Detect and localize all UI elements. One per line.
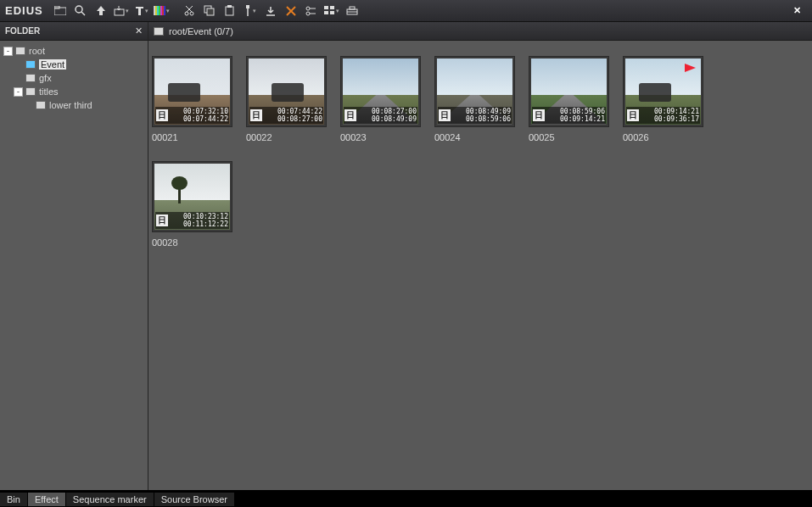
- clip-thumbnail[interactable]: 日00:08:49:0900:08:59:06: [434, 56, 515, 127]
- clip-item[interactable]: 日00:08:59:0600:09:14:2100025: [529, 56, 623, 142]
- clip-item[interactable]: 日00:07:32:1000:07:44:2200021: [152, 56, 246, 142]
- folder-closed-icon: [15, 47, 25, 55]
- clip-name-label: 00021: [152, 132, 246, 142]
- clip-in-time: 00:07:44:22: [277, 108, 322, 115]
- svg-point-13: [190, 12, 193, 15]
- svg-rect-10: [162, 6, 164, 15]
- clip-thumbnail[interactable]: 日00:07:32:1000:07:44:22: [152, 56, 232, 127]
- marker-icon[interactable]: [241, 3, 260, 20]
- import-icon[interactable]: [112, 3, 131, 20]
- tab-bin[interactable]: Bin: [0, 493, 27, 506]
- clip-out-time: 00:09:14:21: [560, 115, 605, 123]
- svg-rect-17: [207, 8, 214, 15]
- title-icon[interactable]: [132, 3, 151, 20]
- cut-icon[interactable]: [180, 3, 199, 20]
- view-mode-icon[interactable]: [322, 3, 341, 20]
- svg-rect-6: [155, 6, 157, 15]
- clip-timecodes: 00:08:27:0000:08:49:09: [372, 108, 417, 123]
- paste-icon[interactable]: [221, 3, 239, 20]
- clip-out-time: 00:08:49:09: [372, 115, 417, 123]
- toolbox-icon[interactable]: [343, 3, 361, 20]
- clip-item[interactable]: 日00:10:23:1200:11:12:2200028: [152, 161, 246, 248]
- folder-panel-header: FOLDER ✕: [0, 22, 148, 41]
- clip-item[interactable]: 日00:07:44:2200:08:27:0000022: [246, 56, 340, 142]
- clip-item[interactable]: 日00:08:27:0000:08:49:0900023: [340, 56, 434, 142]
- tab-sequence-marker[interactable]: Sequence marker: [66, 493, 154, 506]
- properties-icon[interactable]: [302, 3, 321, 20]
- clip-media-type-icon: 日: [156, 109, 168, 121]
- clip-timecodes: 00:08:49:0900:08:59:06: [466, 108, 512, 123]
- close-button[interactable]: ✕: [787, 3, 807, 19]
- main-toolbar: EDIUS ✕: [0, 0, 812, 22]
- folder-open-icon: [25, 60, 36, 69]
- tree-item-lower-third[interactable]: lower third: [2, 98, 146, 112]
- clip-media-type-icon: 日: [344, 109, 356, 121]
- folder-closed-icon: [25, 74, 36, 82]
- svg-rect-11: [164, 6, 165, 15]
- clip-name-label: 00028: [152, 237, 246, 248]
- svg-rect-7: [157, 6, 159, 15]
- svg-point-12: [185, 12, 188, 15]
- tab-effect[interactable]: Effect: [28, 493, 65, 506]
- clip-timecodes: 00:07:44:2200:08:27:00: [277, 108, 323, 123]
- clip-timecodes: 00:08:59:0600:09:14:21: [560, 108, 606, 123]
- tree-label: gfx: [39, 73, 52, 83]
- clip-thumbnail[interactable]: 日00:10:23:1200:11:12:22: [152, 161, 232, 232]
- clip-thumbnail[interactable]: 日00:08:27:0000:08:49:09: [340, 56, 421, 127]
- tree-item-event[interactable]: Event: [2, 58, 146, 71]
- tree-label-selected: Event: [39, 59, 66, 70]
- folder-panel-close-icon[interactable]: ✕: [135, 25, 143, 36]
- svg-rect-32: [330, 11, 334, 14]
- svg-rect-8: [159, 6, 160, 15]
- folder-closed-icon: [154, 27, 164, 36]
- clip-media-type-icon: 日: [533, 109, 545, 121]
- tree-item-root[interactable]: - root: [2, 44, 146, 58]
- svg-point-25: [306, 7, 310, 10]
- clip-in-time: 00:08:49:09: [466, 108, 511, 115]
- svg-rect-5: [154, 6, 155, 15]
- clip-name-label: 00026: [623, 132, 717, 142]
- tree-label: titles: [39, 86, 59, 97]
- copy-icon[interactable]: [200, 3, 219, 20]
- svg-rect-31: [324, 11, 328, 14]
- clip-in-time: 00:10:23:12: [183, 213, 228, 220]
- tree-item-titles[interactable]: - titles: [2, 85, 146, 98]
- svg-point-27: [306, 12, 310, 15]
- clip-out-time: 00:11:12:22: [183, 220, 228, 228]
- collapse-icon[interactable]: -: [14, 87, 23, 97]
- clip-media-type-icon: 日: [156, 214, 168, 226]
- clip-item[interactable]: 日00:08:49:0900:08:59:0600024: [434, 56, 529, 142]
- tree-label: root: [29, 46, 45, 56]
- up-arrow-icon[interactable]: [92, 3, 110, 20]
- clip-timecodes: 00:10:23:1200:11:12:22: [183, 213, 229, 228]
- svg-rect-9: [160, 6, 162, 15]
- svg-rect-18: [226, 7, 233, 15]
- folder-tree: - root Event gfx - titles lower third: [0, 41, 148, 490]
- tab-source-browser[interactable]: Source Browser: [154, 493, 234, 506]
- svg-line-14: [187, 6, 193, 12]
- clip-thumbnail[interactable]: 日00:09:14:2100:09:36:17: [623, 56, 703, 127]
- clip-out-time: 00:08:59:06: [466, 115, 511, 123]
- bottom-tab-bar: Bin Effect Sequence marker Source Browse…: [0, 490, 812, 507]
- clip-grid: 日00:07:32:1000:07:44:2200021日00:07:44:22…: [148, 41, 812, 490]
- clip-out-time: 00:09:36:17: [654, 115, 699, 123]
- clip-name-label: 00023: [340, 132, 434, 142]
- search-icon[interactable]: [71, 3, 90, 20]
- breadcrumb: root/Event (0/7): [169, 26, 233, 36]
- svg-rect-19: [227, 5, 232, 8]
- clip-out-time: 00:07:44:22: [183, 115, 228, 123]
- clip-thumbnail[interactable]: 日00:07:44:2200:08:27:00: [246, 56, 327, 127]
- delete-icon[interactable]: [282, 3, 300, 20]
- download-icon[interactable]: [261, 3, 280, 20]
- content-panel: root/Event (0/7) 日00:07:32:1000:07:44:22…: [148, 22, 812, 490]
- folder-closed-icon: [36, 101, 46, 109]
- clip-thumbnail[interactable]: 日00:08:59:0600:09:14:21: [529, 56, 609, 127]
- tree-item-gfx[interactable]: gfx: [2, 71, 146, 85]
- color-bars-icon[interactable]: [153, 3, 171, 20]
- clip-item[interactable]: 日00:09:14:2100:09:36:1700026: [623, 56, 717, 142]
- folder-icon[interactable]: [51, 3, 70, 20]
- collapse-icon[interactable]: -: [3, 47, 13, 56]
- main-area: FOLDER ✕ - root Event gfx - titles: [0, 22, 812, 490]
- clip-in-time: 00:07:32:10: [183, 108, 228, 115]
- app-brand: EDIUS: [5, 4, 43, 17]
